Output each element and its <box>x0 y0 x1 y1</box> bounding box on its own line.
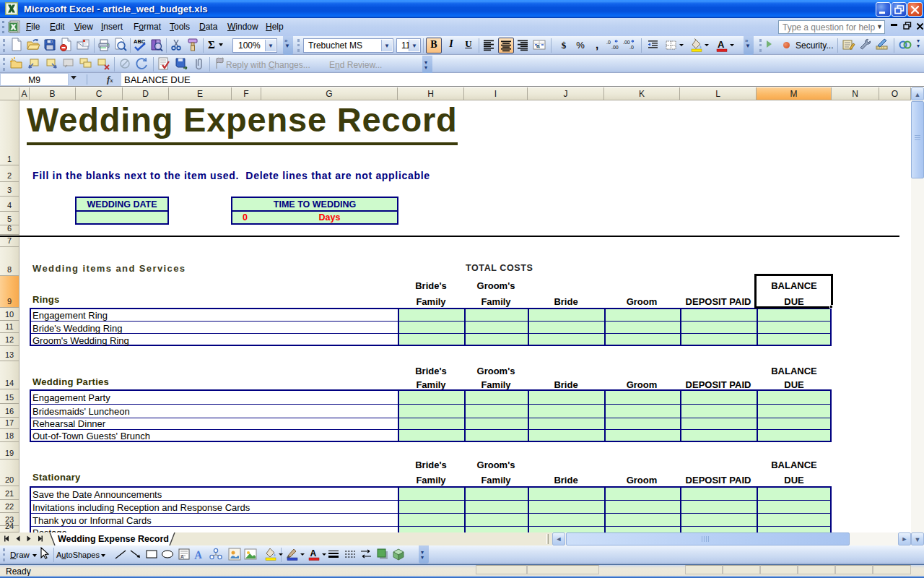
svg-text:.0: .0 <box>629 45 634 50</box>
svg-text:A: A <box>180 554 184 559</box>
svg-text:A: A <box>310 548 317 558</box>
svg-text:a: a <box>536 43 540 49</box>
svg-text:.00: .00 <box>611 45 619 50</box>
svg-text:A: A <box>718 39 725 50</box>
svg-text:A: A <box>193 548 203 561</box>
svg-text:Σ: Σ <box>208 39 215 51</box>
svg-text:.0: .0 <box>606 40 611 45</box>
svg-text:.00: .00 <box>623 40 630 45</box>
